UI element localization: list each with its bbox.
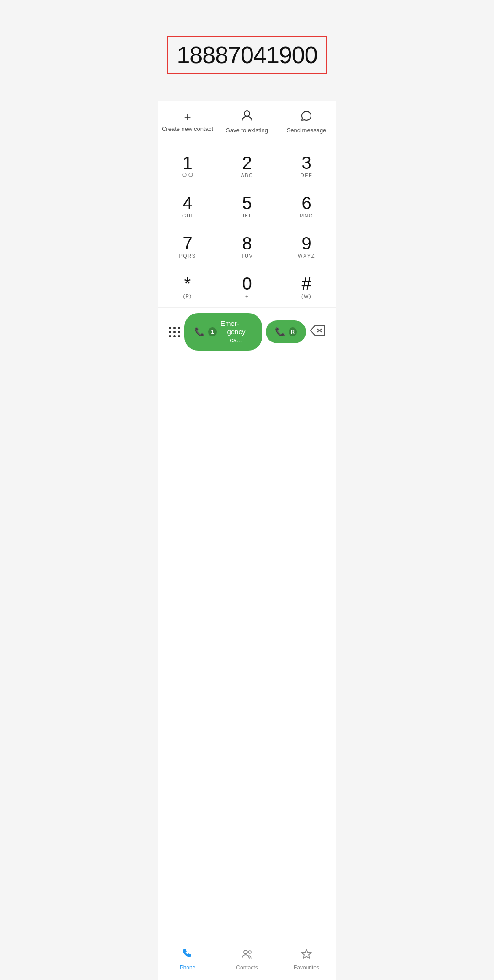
dot — [173, 327, 176, 329]
dial-main-0: 0 — [242, 275, 252, 292]
dial-main-star: * — [184, 275, 191, 292]
dot — [178, 335, 180, 337]
dial-key-4[interactable]: 4 GHI — [158, 186, 217, 227]
dial-sub-1 — [181, 173, 194, 179]
phone-nav-icon — [182, 948, 193, 963]
phone-nav-label: Phone — [180, 964, 196, 971]
dot — [169, 335, 171, 337]
dial-sub-0: + — [245, 293, 249, 300]
create-new-contact-label: Create new contact — [162, 125, 213, 132]
nav-item-favourites[interactable]: Favourites — [277, 948, 336, 971]
emergency-text: Emer- gency ca... — [220, 319, 252, 344]
dialpad-grid: 1 2 ABC 3 DEF 4 GHI 5 JKL 6 MNO 7 PQRS — [158, 146, 336, 307]
dial-sub-2: ABC — [241, 173, 253, 179]
send-message-label: Send message — [287, 127, 327, 134]
dialpad: 1 2 ABC 3 DEF 4 GHI 5 JKL 6 MNO 7 PQRS — [158, 141, 336, 943]
send-message-button[interactable]: Send message — [277, 109, 336, 134]
dial-sub-8: TUV — [241, 253, 253, 260]
dial-key-0[interactable]: 0 + — [217, 267, 277, 307]
backspace-button[interactable] — [306, 321, 329, 343]
dial-key-6[interactable]: 6 MNO — [277, 186, 336, 227]
call-icon: 📞 — [275, 327, 285, 337]
dial-main-7: 7 — [183, 235, 192, 252]
dial-sub-5: JKL — [242, 213, 252, 219]
emergency-badge: 1 — [208, 327, 217, 336]
create-new-contact-button[interactable]: + Create new contact — [158, 111, 217, 132]
svg-point-1 — [183, 173, 186, 177]
phone-number: 18887041900 — [177, 42, 317, 68]
dial-key-8[interactable]: 8 TUV — [217, 227, 277, 267]
dot — [178, 331, 180, 333]
nav-item-phone[interactable]: Phone — [158, 948, 217, 971]
contacts-nav-label: Contacts — [236, 964, 258, 971]
call-buttons: 📞 1 Emer- gency ca... 📞 R — [184, 313, 306, 351]
dial-key-star[interactable]: * (P) — [158, 267, 217, 307]
keypad-toggle-button[interactable] — [165, 323, 184, 341]
dot — [169, 327, 171, 329]
svg-point-6 — [248, 951, 251, 953]
phone-display-area: 18887041900 — [158, 0, 336, 101]
dial-sub-star: (P) — [183, 293, 192, 300]
dial-main-5: 5 — [242, 195, 252, 212]
dial-key-3[interactable]: 3 DEF — [277, 146, 336, 186]
dial-main-9: 9 — [301, 235, 311, 252]
call-button[interactable]: 📞 R — [266, 320, 306, 343]
favourites-nav-label: Favourites — [294, 964, 319, 971]
call-badge-r: R — [289, 327, 297, 336]
backspace-icon — [310, 325, 325, 340]
dial-sub-6: MNO — [300, 213, 313, 219]
dial-sub-4: GHI — [182, 213, 193, 219]
dot — [173, 331, 176, 333]
svg-point-0 — [244, 111, 250, 116]
create-contact-icon: + — [184, 111, 191, 123]
dial-sub-9: WXYZ — [298, 253, 315, 260]
dial-key-5[interactable]: 5 JKL — [217, 186, 277, 227]
dial-key-1[interactable]: 1 — [158, 146, 217, 186]
bottom-action-row: 📞 1 Emer- gency ca... 📞 R — [158, 307, 336, 358]
dial-main-3: 3 — [301, 154, 311, 172]
svg-marker-7 — [301, 949, 311, 958]
save-to-existing-button[interactable]: Save to existing — [217, 109, 277, 134]
save-existing-icon — [241, 109, 253, 124]
dot — [178, 327, 180, 329]
dial-sub-3: DEF — [301, 173, 313, 179]
dial-main-1: 1 — [183, 154, 192, 172]
dial-main-8: 8 — [242, 235, 252, 252]
dial-main-4: 4 — [183, 195, 192, 212]
svg-point-5 — [244, 950, 247, 954]
emergency-call-button[interactable]: 📞 1 Emer- gency ca... — [184, 313, 262, 351]
svg-point-2 — [189, 173, 193, 177]
action-bar: + Create new contact Save to existing Se… — [158, 101, 336, 141]
contacts-nav-icon — [241, 948, 253, 963]
phone-number-box: 18887041900 — [167, 36, 326, 74]
emergency-line2: gency ca... — [220, 328, 252, 344]
bottom-nav: Phone Contacts Favourites — [158, 943, 336, 980]
dial-sub-7: PQRS — [179, 253, 196, 260]
dial-main-6: 6 — [301, 195, 311, 212]
emergency-line1: Emer- — [220, 319, 239, 328]
dial-main-hash: # — [301, 275, 311, 292]
dot — [173, 335, 176, 337]
nav-item-contacts[interactable]: Contacts — [217, 948, 277, 971]
dot — [169, 331, 171, 333]
dial-key-2[interactable]: 2 ABC — [217, 146, 277, 186]
save-to-existing-label: Save to existing — [226, 127, 268, 134]
favourites-nav-icon — [301, 948, 312, 963]
dial-key-hash[interactable]: # (W) — [277, 267, 336, 307]
dial-key-7[interactable]: 7 PQRS — [158, 227, 217, 267]
send-message-icon — [300, 109, 313, 124]
dial-sub-hash: (W) — [301, 293, 311, 300]
dial-main-2: 2 — [242, 154, 252, 172]
emergency-call-icon: 📞 — [194, 327, 204, 337]
dial-key-9[interactable]: 9 WXYZ — [277, 227, 336, 267]
